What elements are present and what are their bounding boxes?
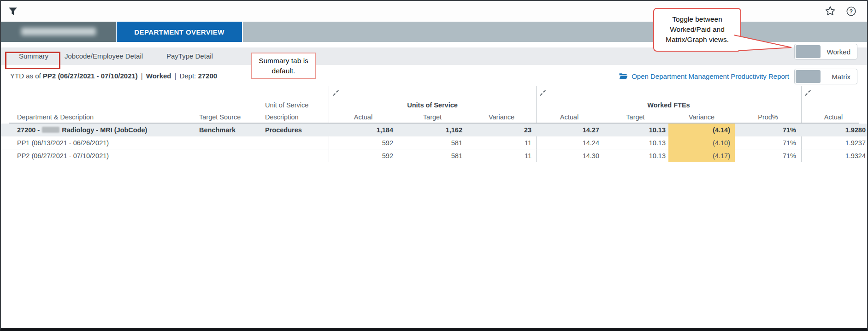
cell-department: PP2 (06/27/2021 - 07/10/2021): [17, 149, 109, 162]
column-header-right-actual: Actual: [801, 113, 866, 122]
worked-paid-toggle-label: Worked: [827, 48, 850, 56]
table-row-pp2[interactable]: PP2 (06/27/2021 - 07/10/2021) 592 581 11…: [1, 149, 867, 162]
cell-right-actual: 1.9280: [802, 124, 866, 136]
help-question-icon[interactable]: ?: [845, 6, 857, 17]
column-header-fte-target: Target: [602, 113, 668, 122]
cell-department: 27200 -Radiology - MRI (JobCode): [17, 124, 147, 136]
app-window: ? DEPARTMENT OVERVIEW Summary Jobcode/Em…: [0, 0, 868, 331]
column-header-prod-pct: Prod%: [735, 113, 801, 122]
summary-table: Units of Service Worked FTEs Unit of Ser…: [0, 86, 868, 164]
collapse-arrows-icon[interactable]: [805, 89, 811, 95]
annotation-toggle-callout-line2: Worked/Paid and: [654, 24, 740, 35]
matrix-graph-toggle[interactable]: Matrix: [794, 69, 857, 84]
matrix-graph-toggle-label: Matrix: [832, 73, 850, 81]
star-favorite-icon[interactable]: [824, 5, 836, 17]
status-dept-number: 27200: [198, 72, 217, 80]
annotation-toggle-callout-line1: Toggle between: [654, 14, 740, 24]
column-header-department: Department & Description: [17, 113, 94, 122]
cell-fte-actual: 14.24: [536, 136, 599, 149]
tab-department-overview[interactable]: DEPARTMENT OVERVIEW: [117, 22, 242, 42]
cell-prod-pct: 71%: [735, 124, 796, 136]
toggle-knob: [796, 70, 821, 83]
annotation-summary-note-line1: Summary tab is: [252, 56, 315, 66]
cell-fte-actual: 14.30: [536, 149, 599, 162]
open-folder-icon: [619, 73, 628, 80]
toggle-knob: [796, 45, 821, 58]
filter-funnel-icon[interactable]: [8, 7, 18, 16]
cell-fte-target: 10.13: [602, 124, 666, 136]
cell-fte-target: 10.13: [602, 149, 666, 162]
column-header-uos-target: Target: [398, 113, 467, 122]
column-header-uos-description-line2: Description: [265, 113, 299, 122]
cell-department: PP1 (06/13/2021 - 06/26/2021): [17, 136, 109, 149]
tab-redacted[interactable]: [1, 22, 116, 42]
collapse-arrows-icon[interactable]: [333, 89, 339, 95]
svg-text:?: ?: [850, 8, 853, 15]
group-title-worked-ftes: Worked FTEs: [536, 101, 801, 110]
cell-fte-variance-highlighted: (4.17): [668, 149, 735, 162]
cell-uos-target: 581: [398, 149, 462, 162]
summary-highlight-box: [5, 52, 60, 69]
cell-right-actual: 1.9237: [802, 136, 866, 149]
cell-uos-actual: 592: [329, 149, 393, 162]
cell-uos-actual: 592: [329, 136, 393, 149]
column-header-uos-actual: Actual: [329, 113, 398, 122]
status-prefix: YTD as of: [10, 72, 43, 80]
cell-fte-variance-highlighted: (4.10): [668, 136, 735, 149]
collapse-arrows-icon[interactable]: [540, 89, 546, 95]
column-header-uos-variance: Variance: [467, 113, 536, 122]
open-report-link-label: Open Department Management Productivity …: [632, 72, 789, 80]
subtab-jobcode-employee-detail[interactable]: Jobcode/Employee Detail: [65, 47, 143, 65]
annotation-summary-note-line2: default.: [252, 66, 315, 76]
annotation-toggle-callout: Toggle between Worked/Paid and Matrix/Gr…: [653, 8, 741, 52]
status-mode: Worked: [146, 72, 171, 80]
column-header-fte-variance: Variance: [668, 113, 735, 122]
status-separator: |: [175, 72, 177, 80]
column-header-uos-description-line1: Unit of Service: [265, 101, 308, 110]
cell-uos-variance: 11: [467, 136, 531, 149]
tab-bar-filler: [243, 22, 867, 42]
column-header-target-source: Target Source: [199, 113, 241, 122]
cell-uos-actual: 1,184: [329, 124, 393, 136]
annotation-summary-note: Summary tab is default.: [251, 53, 316, 79]
redacted-text-block: [42, 127, 59, 133]
cell-prod-pct: 71%: [735, 149, 796, 162]
annotation-toggle-callout-line3: Matrix/Graph views.: [654, 35, 740, 45]
cell-uos-description: Procedures: [265, 124, 302, 136]
cell-fte-variance-highlighted: (4.14): [668, 124, 735, 136]
cell-uos-variance: 23: [467, 124, 531, 136]
redacted-tab-label: [21, 28, 96, 35]
column-header-fte-actual: Actual: [536, 113, 602, 122]
table-row-pp1[interactable]: PP1 (06/13/2021 - 06/26/2021) 592 581 11…: [1, 136, 867, 149]
cell-uos-target: 581: [398, 136, 462, 149]
cell-uos-variance: 11: [467, 149, 531, 162]
subtab-paytype-detail[interactable]: PayType Detail: [166, 47, 213, 65]
cell-fte-target: 10.13: [602, 136, 666, 149]
worked-paid-toggle[interactable]: Worked: [794, 44, 857, 59]
group-title-units-of-service: Units of Service: [329, 101, 536, 110]
cell-right-actual: 1.9324: [802, 149, 866, 162]
status-period: PP2 (06/27/2021 - 07/10/2021): [43, 72, 138, 80]
open-report-link[interactable]: Open Department Management Productivity …: [619, 71, 789, 81]
cell-target-source: Benchmark: [199, 124, 236, 136]
table-row-department-total[interactable]: 27200 -Radiology - MRI (JobCode) Benchma…: [1, 124, 867, 136]
status-separator: |: [141, 72, 143, 80]
cell-prod-pct: 71%: [735, 136, 796, 149]
status-line: YTD as of PP2 (06/27/2021 - 07/10/2021)|…: [10, 72, 217, 81]
cell-uos-target: 1,162: [398, 124, 462, 136]
status-dept-label: Dept:: [179, 72, 198, 80]
cell-fte-actual: 14.27: [536, 124, 599, 136]
